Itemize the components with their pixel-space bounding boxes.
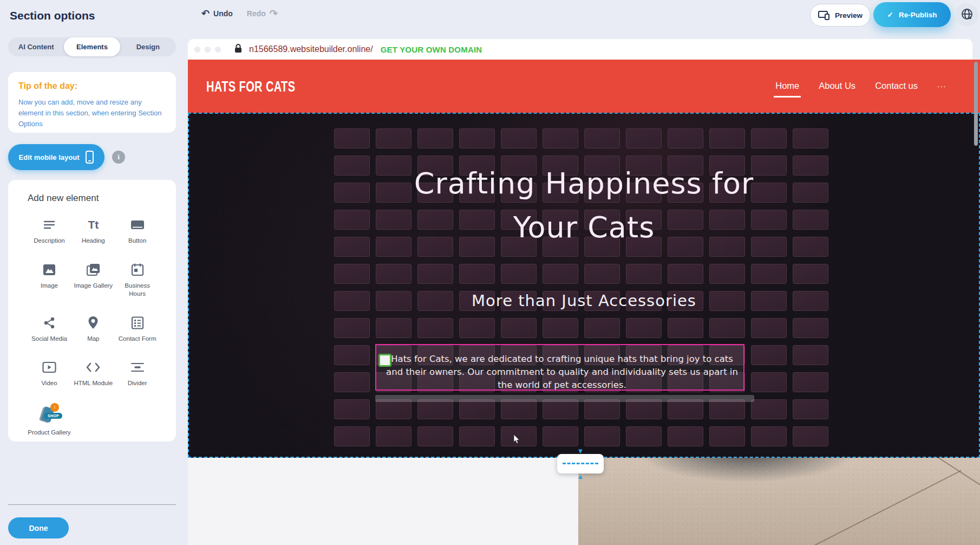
preview-scrollbar[interactable] <box>974 62 978 146</box>
window-dots-icon <box>194 47 221 53</box>
element-tile-social-media[interactable]: Social Media <box>28 315 71 343</box>
element-tile-video[interactable]: Video <box>28 359 71 388</box>
element-tile-product-gallery[interactable]: ↑ SHOP Product Gallery <box>28 404 71 437</box>
mouse-cursor-icon <box>513 434 521 446</box>
panel-tabs: AI Content Elements Design <box>8 37 176 56</box>
element-tile-business-hours[interactable]: Business Hours <box>116 262 159 299</box>
element-label: Contact Form <box>119 335 156 343</box>
element-label: Product Gallery <box>28 429 70 437</box>
pavement-photo <box>578 458 980 545</box>
element-label: Map <box>87 335 99 343</box>
check-icon: ✓ <box>887 10 893 19</box>
divider-icon <box>130 359 145 375</box>
element-label: Video <box>41 379 57 388</box>
site-logo[interactable]: HATS FOR CATS <box>206 77 295 95</box>
devices-icon <box>818 11 830 20</box>
site-preview-viewport: n1566589.websitebuilder.online/ GET YOUR… <box>188 39 980 545</box>
republish-label: Re-Publish <box>899 11 937 19</box>
tab-design[interactable]: Design <box>120 37 176 56</box>
element-tile-map[interactable]: Map <box>71 315 115 343</box>
add-element-title: Add new element <box>28 193 160 204</box>
add-element-panel: Add new element Description Tt Heading B… <box>8 180 176 442</box>
hero-paragraph[interactable]: Hats for Cats, we are dedicated to craft… <box>386 353 738 392</box>
map-pin-icon <box>87 315 100 331</box>
hero-title[interactable]: Crafting Happiness for Your Cats <box>188 161 980 249</box>
app-root: Section options ↶ Undo Redo ↷ Preview ✓ … <box>0 0 980 545</box>
image-icon <box>42 262 56 278</box>
selected-text-element[interactable]: Hats for Cats, we are dedicated to craft… <box>375 344 744 391</box>
social-media-icon <box>42 315 56 331</box>
site-url[interactable]: n1566589.websitebuilder.online/ <box>249 44 373 54</box>
tab-elements[interactable]: Elements <box>64 37 120 56</box>
tip-title: Tip of the day: <box>18 81 77 91</box>
product-gallery-icon: ↑ SHOP <box>38 404 60 425</box>
done-button[interactable]: Done <box>8 517 69 538</box>
element-ghost-bar <box>375 395 754 402</box>
element-drag-handle[interactable] <box>378 354 391 367</box>
history-controls: ↶ Undo Redo ↷ <box>201 9 278 18</box>
republish-button[interactable]: ✓ Re-Publish <box>873 2 951 27</box>
next-section-background <box>188 458 578 545</box>
hero-section-selected[interactable]: Crafting Happiness for Your Cats More th… <box>188 113 980 458</box>
nav-item-about-us[interactable]: About Us <box>819 81 855 92</box>
video-icon <box>42 359 57 375</box>
sidebar-divider <box>8 504 176 505</box>
element-label: Button <box>128 237 146 245</box>
nav-item-home[interactable]: Home <box>775 81 799 92</box>
description-icon <box>42 217 56 233</box>
shop-badge: SHOP <box>44 413 62 419</box>
preview-label: Preview <box>835 11 863 20</box>
contact-form-icon <box>130 315 145 331</box>
element-tile-image-gallery[interactable]: Image Gallery <box>71 262 115 299</box>
redo-icon: ↷ <box>270 9 278 18</box>
edit-mobile-label: Edit mobile layout <box>19 153 80 161</box>
lock-icon <box>234 43 243 55</box>
redo-label: Redo <box>247 9 266 18</box>
element-label: Image <box>41 282 58 290</box>
element-label: Heading <box>82 237 105 245</box>
button-icon <box>130 217 145 233</box>
resize-dash-line <box>563 463 598 464</box>
mobile-phone-icon <box>86 151 94 164</box>
undo-label: Undo <box>213 9 233 18</box>
tip-of-the-day-card: Tip of the day: Now you can add, move an… <box>8 72 176 133</box>
redo-button[interactable]: Redo ↷ <box>247 9 278 18</box>
element-label: Image Gallery <box>74 282 113 290</box>
element-tile-image[interactable]: Image <box>28 262 71 299</box>
element-label: Divider <box>128 379 147 388</box>
arrow-up-icon: ▲ <box>577 473 584 480</box>
tip-body: Now you can add, move and resize any ele… <box>18 97 162 129</box>
element-tile-button[interactable]: Button <box>116 217 159 245</box>
element-grid: Description Tt Heading Button Image <box>28 217 160 437</box>
undo-button[interactable]: ↶ Undo <box>201 9 233 18</box>
html-module-icon <box>85 359 101 375</box>
arrow-down-icon: ▼ <box>577 447 584 455</box>
element-tile-heading[interactable]: Tt Heading <box>71 217 115 245</box>
upgrade-arrow-icon: ↑ <box>50 403 59 412</box>
element-tile-description[interactable]: Description <box>28 217 71 245</box>
site-header: HATS FOR CATS Home About Us Contact us ·… <box>188 60 980 113</box>
nav-more-icon[interactable]: ··· <box>937 82 946 90</box>
undo-icon: ↶ <box>201 9 210 18</box>
browser-address-bar: n1566589.websitebuilder.online/ GET YOUR… <box>188 39 972 60</box>
element-label: Social Media <box>31 335 67 343</box>
preview-button[interactable]: Preview <box>810 4 871 27</box>
page-title: Section options <box>10 9 95 22</box>
site-nav: Home About Us Contact us ··· <box>775 60 946 113</box>
get-domain-link[interactable]: GET YOUR OWN DOMAIN <box>381 45 482 54</box>
element-tile-html-module[interactable]: HTML Module <box>71 359 115 388</box>
element-tile-contact-form[interactable]: Contact Form <box>116 315 159 343</box>
heading-icon: Tt <box>88 217 99 233</box>
tab-ai-content[interactable]: AI Content <box>8 37 64 56</box>
info-icon[interactable]: i <box>112 151 125 164</box>
element-label: HTML Module <box>74 379 113 388</box>
globe-icon <box>961 8 974 23</box>
language-globe-button[interactable] <box>955 3 978 27</box>
section-resize-handle[interactable]: ▼ ▲ <box>557 454 604 473</box>
element-tile-divider[interactable]: Divider <box>116 359 159 388</box>
edit-mobile-layout-button[interactable]: Edit mobile layout <box>8 144 104 170</box>
element-label: Description <box>34 237 65 245</box>
hero-subtitle[interactable]: More than Just Accessories <box>188 291 980 310</box>
nav-item-contact-us[interactable]: Contact us <box>875 81 918 92</box>
business-hours-icon <box>130 262 145 278</box>
